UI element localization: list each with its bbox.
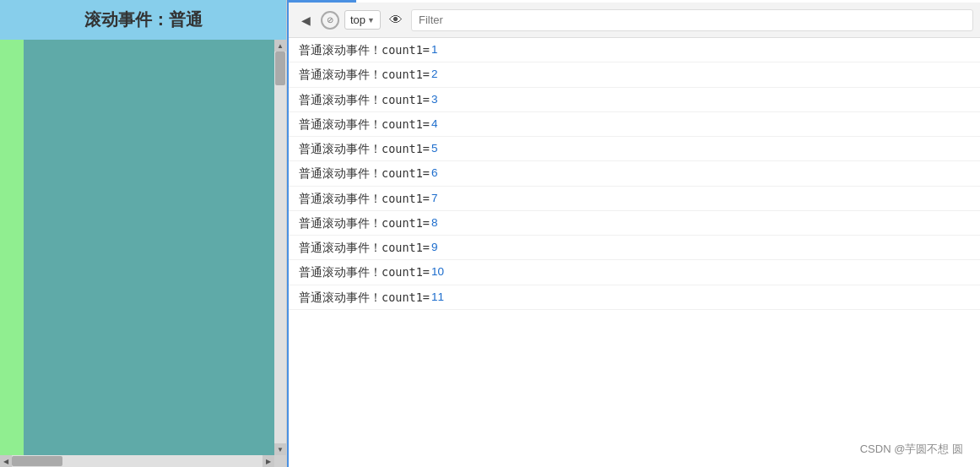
log-count-value: 10 [431,263,444,280]
console-line: 普通滚动事件！count1= 10 [289,260,980,285]
log-count-value: 9 [431,239,438,256]
browser-panel: 滚动事件：普通 ▲ ▼ ◀ ▶ [0,0,287,467]
devtools-panel: ◀ ⊘ top ▼ 👁 普通滚动事件！count1= 1普通滚动事件！count… [287,0,980,467]
log-count-value: 7 [431,190,438,207]
vertical-scrollbar[interactable]: ▲ ▼ [274,40,286,455]
circle-ban-button[interactable]: ⊘ [321,11,339,30]
eye-button[interactable]: 👁 [386,10,406,30]
log-count-value: 2 [431,66,438,83]
filter-input[interactable] [411,9,973,31]
log-text: 普通滚动事件！count1= [299,190,430,207]
scroll-area: ▲ ▼ [0,40,286,455]
console-line: 普通滚动事件！count1= 7 [289,187,980,211]
console-line: 普通滚动事件！count1= 6 [289,161,980,186]
log-text: 普通滚动事件！count1= [299,214,430,231]
console-line: 普通滚动事件！count1= 2 [289,62,980,87]
scrollbar-thumb[interactable] [275,52,285,85]
h-scrollbar-thumb[interactable] [12,456,62,466]
console-line: 普通滚动事件！count1= 11 [289,285,980,310]
console-line: 普通滚动事件！count1= 1 [289,38,980,62]
scrollbar-track[interactable] [274,52,286,443]
top-dropdown[interactable]: top ▼ [344,10,381,30]
log-text: 普通滚动事件！count1= [299,165,430,182]
log-count-value: 11 [431,289,444,306]
log-text: 普通滚动事件！count1= [299,140,430,157]
log-count-value: 1 [431,41,438,58]
devtools-toolbar: ◀ ⊘ top ▼ 👁 [289,3,980,38]
chevron-down-icon: ▼ [367,16,375,24]
scrollbar-right-arrow[interactable]: ▶ [263,455,274,467]
scrollbar-left-arrow[interactable]: ◀ [0,455,12,467]
scrollbar-up-arrow[interactable]: ▲ [274,40,286,52]
log-count-value: 3 [431,91,438,108]
log-count-value: 6 [431,165,438,182]
scrollbar-corner [274,455,286,467]
log-count-value: 4 [431,116,438,133]
console-line: 普通滚动事件！count1= 5 [289,137,980,161]
log-text: 普通滚动事件！count1= [299,239,430,256]
console-line: 普通滚动事件！count1= 4 [289,112,980,137]
log-text: 普通滚动事件！count1= [299,91,430,108]
back-button[interactable]: ◀ [295,10,316,30]
green-bar [0,40,24,455]
console-line: 普通滚动事件！count1= 9 [289,236,980,260]
page-title: 滚动事件：普通 [0,0,286,40]
watermark: CSDN @芋圆不想 圆 [860,442,963,457]
scrollbar-down-arrow[interactable]: ▼ [274,443,286,455]
log-text: 普通滚动事件！count1= [299,116,430,133]
log-text: 普通滚动事件！count1= [299,66,430,83]
console-line: 普通滚动事件！count1= 3 [289,88,980,112]
top-dropdown-label: top [350,14,365,26]
log-count-value: 5 [431,140,438,157]
log-count-value: 8 [431,214,438,231]
console-output: 普通滚动事件！count1= 1普通滚动事件！count1= 2普通滚动事件！c… [289,38,980,467]
log-text: 普通滚动事件！count1= [299,289,430,306]
h-scrollbar-track[interactable] [12,455,263,467]
log-text: 普通滚动事件！count1= [299,41,430,58]
scroll-content [0,40,274,455]
eye-icon: 👁 [389,13,403,28]
log-text: 普通滚动事件！count1= [299,263,430,280]
console-line: 普通滚动事件！count1= 8 [289,211,980,236]
horizontal-scrollbar[interactable]: ◀ ▶ [0,455,286,467]
